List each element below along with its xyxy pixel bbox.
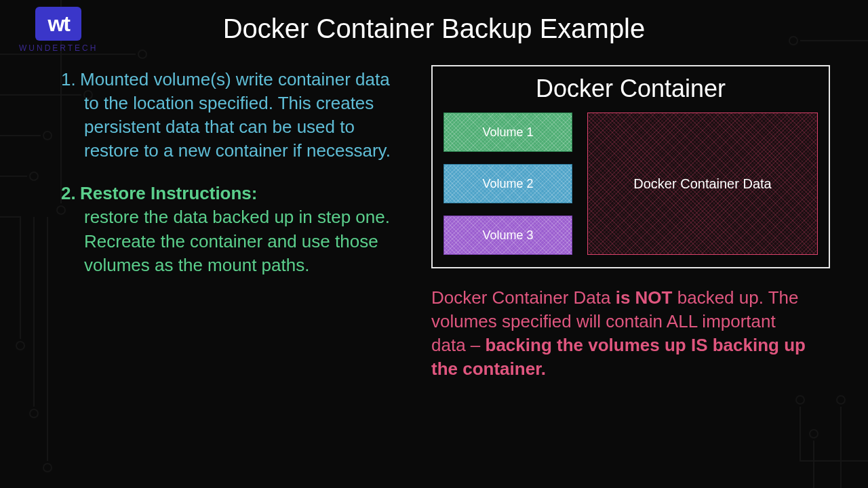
step-2: 2.Restore Instructions: restore the data…: [61, 182, 400, 277]
svg-point-4: [16, 342, 24, 350]
step-2-number: 2.: [61, 182, 80, 205]
volume-1: Volume 1: [443, 113, 572, 152]
note-part-1b: is NOT: [616, 287, 673, 308]
svg-point-9: [796, 396, 804, 404]
note-part-3: backing the volumes up IS backing up the…: [431, 335, 806, 379]
svg-point-10: [810, 430, 818, 438]
note-part-1a: Docker Container Data: [431, 287, 616, 308]
svg-point-5: [30, 409, 38, 418]
volume-2: Volume 2: [443, 164, 572, 203]
step-1-number: 1.: [61, 68, 80, 92]
step-2-body: restore the data backed up in step one. …: [84, 207, 390, 274]
container-data-box: Docker Container Data: [587, 113, 818, 255]
svg-point-2: [43, 131, 52, 140]
diagram-column: Docker Container Volume 1 Volume 2 Volum…: [431, 65, 830, 381]
brand-logo: wt WUNDERTECH: [19, 7, 98, 53]
step-2-heading: Restore Instructions:: [80, 183, 258, 203]
svg-point-6: [43, 464, 52, 472]
step-1: 1.Mounted volume(s) write container data…: [61, 68, 400, 163]
logo-brand: WUNDERTECH: [19, 43, 98, 53]
volumes-group: Volume 1 Volume 2 Volume 3: [443, 113, 572, 255]
volume-3: Volume 3: [443, 216, 572, 255]
note-text: Docker Container Data is NOT backed up. …: [431, 286, 811, 381]
svg-point-8: [789, 37, 797, 45]
logo-mark: wt: [35, 7, 81, 41]
svg-point-11: [837, 396, 845, 404]
svg-point-0: [138, 50, 146, 58]
svg-point-3: [30, 172, 38, 180]
docker-container-title: Docker Container: [443, 75, 818, 103]
docker-container-box: Docker Container Volume 1 Volume 2 Volum…: [431, 65, 830, 268]
page-title: Docker Container Backup Example: [223, 14, 646, 44]
steps-list: 1.Mounted volume(s) write container data…: [61, 68, 400, 296]
step-1-body: Mounted volume(s) write container data t…: [80, 69, 391, 161]
